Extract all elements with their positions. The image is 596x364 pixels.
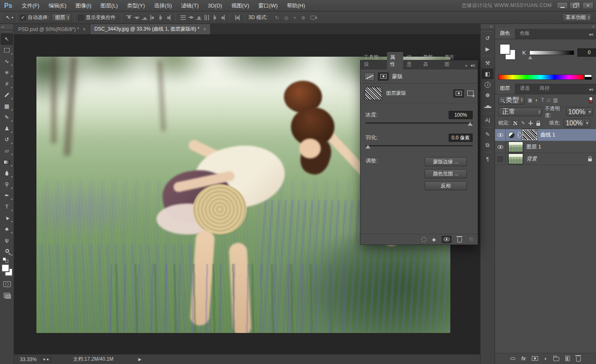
history-brush-tool[interactable]: ↺: [0, 134, 14, 145]
type-tool[interactable]: T: [0, 201, 14, 212]
quick-mask-button[interactable]: [0, 278, 14, 290]
dock-grip[interactable]: [483, 55, 493, 57]
lock-transparent-pixels-icon[interactable]: [513, 121, 518, 126]
panel-menu-icon[interactable]: ▾≡: [471, 63, 475, 68]
rectangular-marquee-tool[interactable]: [0, 45, 14, 56]
gradient-tool[interactable]: [0, 156, 14, 168]
load-selection-from-mask-icon[interactable]: [421, 237, 426, 242]
move-tool[interactable]: ↖: [1, 34, 13, 45]
k-value-field[interactable]: 0: [577, 48, 596, 57]
brush-panel-icon[interactable]: ✎: [482, 129, 493, 139]
info-panel-icon[interactable]: i: [482, 79, 493, 90]
distribute-top-edges-icon[interactable]: [180, 15, 186, 20]
lock-image-pixels-icon[interactable]: ✎: [521, 120, 525, 126]
layer-thumbnail[interactable]: [508, 153, 523, 164]
menu-3d[interactable]: 3D(D): [203, 0, 227, 12]
brush-tool[interactable]: ✎: [0, 112, 14, 123]
dock-grip[interactable]: [483, 151, 493, 153]
screen-mode-button[interactable]: [0, 290, 14, 301]
restore-button[interactable]: [570, 2, 581, 9]
feather-slider-thumb[interactable]: [365, 145, 370, 148]
tab-properties[interactable]: 属性: [387, 52, 404, 69]
add-layer-mask-button[interactable]: [532, 356, 538, 361]
filter-type-dropdown[interactable]: 类型 ▴▾: [498, 96, 525, 105]
toolbar-collapse-icon[interactable]: »: [0, 24, 14, 30]
layer-name[interactable]: 图层 1: [526, 144, 541, 151]
custom-shape-tool[interactable]: ♣: [0, 223, 14, 235]
dock-grip[interactable]: [483, 127, 493, 128]
layer-name[interactable]: 背景: [526, 156, 537, 163]
history-panel-icon[interactable]: ↺: [482, 33, 493, 43]
blur-tool[interactable]: [0, 168, 14, 179]
blend-mode-dropdown[interactable]: 正常 ▴▾: [498, 108, 542, 116]
layer-visibility-toggle[interactable]: [495, 129, 506, 141]
align-right-edges-icon[interactable]: [166, 15, 171, 20]
properties-panel-icon[interactable]: ◧: [482, 69, 493, 79]
toolbar-grip[interactable]: [2, 31, 12, 33]
align-bottom-edges-icon[interactable]: [142, 15, 147, 20]
close-tab-icon[interactable]: ×: [203, 26, 206, 32]
density-slider[interactable]: [365, 122, 473, 124]
dock-grip[interactable]: [483, 113, 493, 114]
status-menu-arrow-icon[interactable]: ▶: [138, 357, 142, 362]
filter-shape-layers-icon[interactable]: □: [547, 97, 550, 103]
new-group-button[interactable]: [553, 356, 559, 361]
color-range-button[interactable]: 颜色范围 ...: [425, 169, 467, 178]
clone-source-panel-icon[interactable]: ⧉: [482, 140, 493, 150]
invert-button[interactable]: 反相: [425, 181, 467, 190]
layer-name[interactable]: 曲线 1: [541, 132, 555, 139]
crop-tool[interactable]: #: [0, 78, 14, 89]
layer-filter-toggle[interactable]: [589, 97, 593, 103]
menu-image[interactable]: 图像(I): [71, 0, 96, 12]
filter-adjustment-layers-icon[interactable]: ◐: [535, 97, 538, 103]
histogram-panel-icon[interactable]: ▂▅▃: [482, 101, 493, 111]
show-transform-checkbox[interactable]: [78, 15, 84, 20]
eyedropper-tool[interactable]: [0, 89, 14, 101]
auto-select-dropdown[interactable]: 图层 ▴▾: [51, 13, 71, 22]
mask-edge-button[interactable]: 蒙版边缘 ...: [425, 157, 467, 166]
align-left-edges-icon[interactable]: [150, 15, 155, 20]
distribute-right-edges-icon[interactable]: [220, 15, 225, 20]
dock-collapse-bar[interactable]: «: [481, 24, 495, 29]
zoom-level-field[interactable]: 33.33%: [18, 356, 38, 363]
current-tool-indicator[interactable]: ↖ ▾: [6, 14, 13, 21]
disable-mask-button[interactable]: [442, 236, 452, 243]
hand-tool[interactable]: ψ: [0, 235, 14, 246]
actions-panel-icon[interactable]: ▶: [482, 44, 493, 54]
lock-all-icon[interactable]: [536, 123, 540, 126]
pen-tool[interactable]: ✒: [0, 190, 14, 201]
menu-type[interactable]: 类型(Y): [123, 0, 149, 12]
tab-histogram[interactable]: 直方图: [441, 53, 463, 69]
close-button[interactable]: ×: [582, 2, 594, 9]
tab-channels[interactable]: 通道: [515, 83, 535, 94]
close-tab-icon[interactable]: ×: [83, 26, 86, 32]
density-value-field[interactable]: 100%: [449, 111, 473, 119]
layer-visibility-toggle[interactable]: [495, 141, 506, 153]
fill-dropdown[interactable]: 100% ▾: [564, 119, 590, 127]
magic-wand-tool[interactable]: ✳: [0, 67, 14, 78]
layer-thumbnail[interactable]: [508, 141, 523, 152]
zoom-tool[interactable]: [0, 246, 14, 257]
tab-layers[interactable]: 图层: [495, 83, 515, 94]
expand-panel-icon[interactable]: »: [465, 63, 468, 68]
tab-paths[interactable]: 路径: [535, 83, 555, 94]
k-slider[interactable]: [529, 50, 574, 55]
3d-rotate-icon[interactable]: ↻: [275, 15, 279, 21]
tab-color[interactable]: 颜色: [495, 28, 515, 39]
ramp-bw-swatches[interactable]: [584, 74, 592, 80]
lock-position-icon[interactable]: [529, 121, 533, 125]
new-adjustment-layer-button[interactable]: ◐: [544, 356, 547, 362]
distribute-left-edges-icon[interactable]: [204, 15, 209, 20]
delete-mask-icon[interactable]: [457, 238, 462, 242]
workspace-dropdown[interactable]: 基本功能 ▴▾: [562, 13, 592, 22]
document-tab-psd[interactable]: PSD.psd @ 50%(RGB/8*) * ×: [14, 24, 90, 34]
layer-row-layer1[interactable]: 图层 1: [495, 141, 596, 153]
curves-adjustment-icon[interactable]: [365, 73, 375, 80]
layer-visibility-toggle[interactable]: [495, 153, 506, 165]
align-top-edges-icon[interactable]: [126, 15, 132, 20]
mask-mode-button[interactable]: [378, 72, 389, 81]
3d-slide-icon[interactable]: ⊕: [301, 15, 305, 21]
filter-pixel-layers-icon[interactable]: ▣: [528, 97, 532, 103]
3d-roll-icon[interactable]: ◎: [284, 15, 288, 21]
lasso-tool[interactable]: ∿: [0, 56, 14, 67]
